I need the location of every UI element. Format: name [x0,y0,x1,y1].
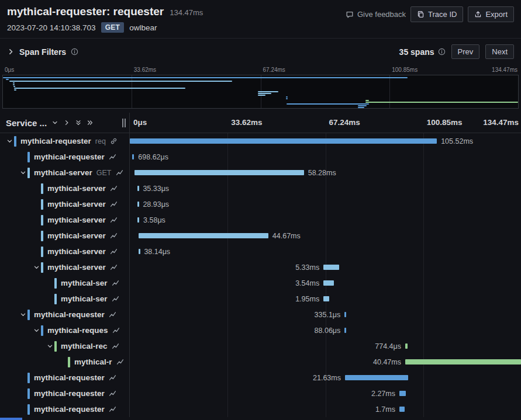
span-duration-bar[interactable] [137,217,139,223]
span-duration-bar[interactable] [399,407,405,412]
chart-icon[interactable] [110,232,118,239]
span-name-cell: mythical-requesterreq [0,133,130,149]
service-column-header[interactable]: Service ... [0,113,130,133]
span-track: 5.33ms [130,259,521,275]
span-duration-bar[interactable] [139,249,140,254]
service-color-indicator [27,404,30,415]
chevron-down-icon[interactable] [32,264,41,270]
span-duration-label: 28.93μs [143,200,169,209]
give-feedback-link[interactable]: Give feedback [346,10,406,19]
span-row[interactable]: mythical-server44.67ms [0,228,521,244]
span-track: 335.1μs [130,307,521,322]
scrollbar-thumb[interactable] [0,418,22,420]
angle-right-icon[interactable] [63,119,70,126]
chart-icon[interactable] [109,311,116,318]
span-row[interactable]: mythical-requester335.1μs [0,307,521,322]
span-row[interactable]: mythical-server28.93μs [0,196,521,212]
chart-icon[interactable] [109,390,116,397]
chevron-right-icon[interactable] [7,48,15,55]
span-row[interactable]: mythical-server35.33μs [0,181,521,196]
chart-icon[interactable] [110,248,118,255]
span-row[interactable]: mythical-rec774.4μs [0,338,521,354]
column-resize-handle[interactable] [122,119,126,127]
span-row[interactable]: mythical-ser3.54ms [0,275,521,291]
minimap-span-line [365,100,368,101]
span-row[interactable]: mythical-requester1.7ms [0,401,521,417]
span-duration-label: 88.06μs [315,327,341,335]
span-row[interactable]: mythical-server5.33ms [0,259,521,275]
span-track: 35.33μs [130,181,521,196]
next-button[interactable]: Next [485,44,514,59]
chevron-down-icon[interactable] [51,119,58,126]
span-duration-bar[interactable] [137,186,139,191]
span-service-name: mythical-requester [34,373,105,382]
span-row[interactable]: mythical-requester21.63ms [0,370,521,386]
chart-icon[interactable] [110,263,118,271]
chart-icon[interactable] [116,169,123,176]
angles-right-icon[interactable] [87,119,94,126]
chart-icon[interactable] [110,216,118,224]
service-color-indicator [27,373,30,383]
minimap-canvas[interactable] [2,75,519,109]
prev-button[interactable]: Prev [451,44,480,59]
span-row[interactable]: mythical-requesterreq105.52ms [0,133,521,149]
chart-icon[interactable] [109,153,116,161]
span-duration-bar[interactable] [345,375,408,380]
span-row[interactable]: mythical-reques88.06μs [0,322,521,338]
span-track: 21.63ms [130,370,521,386]
chevron-down-icon[interactable] [18,311,27,318]
service-color-indicator [54,278,57,289]
span-row[interactable]: mythical-server3.58μs [0,212,521,228]
span-row[interactable]: mythical-r40.47ms [0,354,521,370]
export-button[interactable]: Export [468,6,514,22]
span-row[interactable]: mythical-requester698.62μs [0,149,521,165]
copy-icon [417,11,425,18]
span-duration-bar[interactable] [323,296,329,301]
span-service-name: mythical-server [34,168,92,177]
span-duration-bar[interactable] [134,170,304,175]
chart-icon[interactable] [112,327,120,334]
span-duration-label: 5.33ms [295,263,319,272]
span-duration-bar[interactable] [132,154,134,159]
span-duration-bar[interactable] [323,280,333,286]
info-icon[interactable] [71,48,78,55]
span-duration-bar[interactable] [399,391,406,396]
span-duration-bar[interactable] [405,359,521,365]
span-track: 774.4μs [130,338,521,354]
minimap-tick: 33.62ms [134,67,156,73]
span-duration-bar[interactable] [405,343,408,349]
trace-id-button[interactable]: Trace ID [410,6,463,22]
span-row[interactable]: mythical-requester2.27ms [0,386,521,401]
chart-icon[interactable] [109,374,116,381]
chart-icon[interactable] [112,279,119,287]
trace-operation: owlbear [129,23,157,32]
span-filters-bar: Span Filters 35 spans Prev Next [0,39,521,65]
info-icon[interactable] [438,48,446,55]
chart-icon[interactable] [112,342,119,350]
span-duration-bar[interactable] [130,138,437,144]
angles-down-icon[interactable] [75,119,82,126]
chart-icon[interactable] [109,405,116,413]
span-duration-bar[interactable] [344,328,346,333]
span-row[interactable]: mythical-server38.14μs [0,244,521,259]
span-duration-bar[interactable] [139,233,268,238]
chevron-down-icon[interactable] [32,327,41,334]
span-row[interactable]: mythical-serverGET58.28ms [0,165,521,181]
chevron-down-icon[interactable] [45,343,54,349]
span-duration-bar[interactable] [137,202,139,207]
timeline-header: 0μs 33.62ms 67.24ms 100.85ms 134.47ms [130,113,521,133]
span-duration-bar[interactable] [323,265,339,270]
trace-header-left: mythical-requester: requester 134.47ms 2… [7,5,203,33]
span-operation-name: GET [96,169,112,177]
chart-icon[interactable] [116,358,124,366]
link-icon[interactable] [110,137,118,145]
chart-icon[interactable] [112,295,119,303]
span-row[interactable]: mythical-ser1.95ms [0,291,521,307]
span-duration-bar[interactable] [344,312,346,317]
span-duration-label: 21.63ms [313,374,341,382]
chart-icon[interactable] [110,200,118,208]
chevron-down-icon[interactable] [18,169,27,176]
span-service-name: mythical-server [47,247,106,256]
chevron-down-icon[interactable] [5,138,14,144]
chart-icon[interactable] [110,185,118,192]
